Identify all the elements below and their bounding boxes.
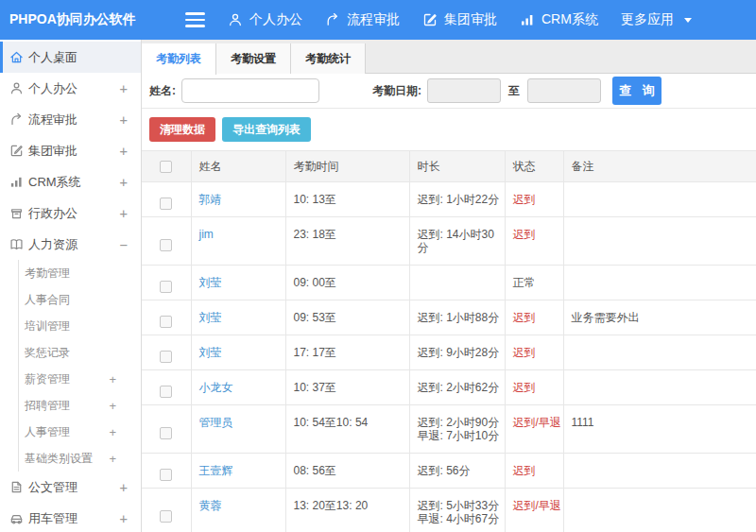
sidebar-submenu: 考勤管理人事合同培训管理奖惩记录薪资管理+招聘管理+人事管理+基础类别设置+ xyxy=(0,260,141,472)
sidebar-item-5[interactable]: CRM系统+ xyxy=(0,166,141,197)
tab-1[interactable]: 考勤列表 xyxy=(142,43,216,75)
name-input[interactable] xyxy=(181,78,319,103)
sidebar-item-9[interactable]: 用车管理+ xyxy=(0,503,141,532)
col-header: 备注 xyxy=(563,151,756,182)
employee-name-link[interactable]: 黄蓉 xyxy=(199,499,222,512)
nav-item-1[interactable]: 个人办公 xyxy=(228,11,302,28)
menu-toggle-icon[interactable] xyxy=(185,12,205,27)
employee-name-link[interactable]: 王壹辉 xyxy=(199,464,233,477)
expand-icon[interactable]: + xyxy=(109,425,116,439)
sidebar-subitem-3[interactable]: 培训管理 xyxy=(0,313,141,339)
sidebar-item-4[interactable]: 集团审批+ xyxy=(0,135,141,166)
top-nav: 个人办公流程审批集团审批CRM系统更多应用 xyxy=(228,11,692,28)
row-checkbox[interactable] xyxy=(160,427,172,439)
expand-icon[interactable]: + xyxy=(120,144,128,159)
row-checkbox[interactable] xyxy=(160,197,172,210)
duration: 迟到: 5小时33分早退: 4小时67分 xyxy=(409,489,505,532)
edit-icon xyxy=(422,12,438,27)
remark xyxy=(563,217,756,266)
attendance-time: 09: 53至 xyxy=(285,300,409,335)
sidebar-item-2[interactable]: 个人办公+ xyxy=(0,73,141,104)
status: 迟到 xyxy=(505,217,563,266)
sidebar-subitem-7[interactable]: 人事管理+ xyxy=(0,419,141,445)
nav-item-2[interactable]: 流程审批 xyxy=(325,11,400,28)
attendance-time: 10: 54至10: 54 xyxy=(285,405,409,454)
sidebar-item-6[interactable]: 行政办公+ xyxy=(0,197,141,229)
sidebar-item-8[interactable]: 公文管理+ xyxy=(0,472,141,503)
edit-icon xyxy=(9,144,24,158)
table-row-6: 小龙女10: 37至迟到: 2小时62分迟到 xyxy=(142,370,756,405)
expand-icon[interactable]: + xyxy=(109,452,116,466)
expand-icon[interactable]: + xyxy=(120,480,128,495)
expand-icon[interactable]: + xyxy=(120,81,128,96)
main: 个人桌面个人办公+流程审批+集团审批+CRM系统+行政办公+人力资源−考勤管理人… xyxy=(0,40,756,532)
collapse-icon[interactable]: − xyxy=(120,237,128,252)
table-wrap: 姓名考勤时间时长状态备注 郭靖10: 13至迟到: 1小时22分迟到jim23:… xyxy=(142,150,756,532)
expand-icon[interactable]: + xyxy=(109,399,116,413)
sidebar-subitem-6[interactable]: 招聘管理+ xyxy=(0,392,141,419)
expand-icon[interactable]: + xyxy=(120,175,128,190)
sidebar-subitem-8[interactable]: 基础类别设置+ xyxy=(0,445,141,472)
search-button[interactable]: 查 询 xyxy=(612,77,662,105)
row-checkbox[interactable] xyxy=(160,386,172,398)
user-icon xyxy=(228,12,243,27)
sidebar-subitem-4[interactable]: 奖惩记录 xyxy=(0,339,141,366)
sidebar-item-1[interactable]: 个人桌面 xyxy=(0,42,141,73)
date-to-input[interactable] xyxy=(527,78,601,103)
date-from-input[interactable] xyxy=(427,78,501,103)
tab-3[interactable]: 考勤统计 xyxy=(291,43,366,74)
employee-name-link[interactable]: 刘莹 xyxy=(199,311,222,324)
name-label: 姓名: xyxy=(149,83,176,99)
attendance-table: 姓名考勤时间时长状态备注 郭靖10: 13至迟到: 1小时22分迟到jim23:… xyxy=(142,150,756,532)
chart-icon xyxy=(520,12,535,27)
sidebar-item-3[interactable]: 流程审批+ xyxy=(0,104,141,135)
row-checkbox[interactable] xyxy=(160,351,172,363)
attendance-time: 10: 37至 xyxy=(285,370,409,405)
clean-data-button[interactable]: 清理数据 xyxy=(149,117,215,142)
sidebar-subitem-label: 招聘管理 xyxy=(25,398,109,414)
top-header: PHPOA协同办公软件 个人办公流程审批集团审批CRM系统更多应用 xyxy=(0,0,756,40)
employee-name-link[interactable]: jim xyxy=(199,228,214,241)
duration: 迟到: 2小时90分早退: 7小时10分 xyxy=(409,405,505,454)
sidebar-item-7[interactable]: 人力资源− xyxy=(0,229,141,260)
tab-2[interactable]: 考勤设置 xyxy=(216,43,291,74)
flow-icon xyxy=(9,112,24,127)
export-list-button[interactable]: 导出查询列表 xyxy=(222,117,311,142)
expand-icon[interactable]: + xyxy=(120,112,128,128)
expand-icon[interactable]: + xyxy=(120,511,128,526)
sidebar-subitem-1[interactable]: 考勤管理 xyxy=(0,260,141,286)
row-checkbox[interactable] xyxy=(160,316,172,328)
tab-bar: 考勤列表考勤设置考勤统计 xyxy=(142,40,756,74)
nav-item-3[interactable]: 集团审批 xyxy=(422,11,497,28)
duration xyxy=(409,266,505,300)
sidebar-item-label: 个人办公 xyxy=(28,80,120,97)
employee-name-link[interactable]: 刘莹 xyxy=(199,346,222,359)
sidebar-item-label: 集团审批 xyxy=(28,143,120,160)
attendance-time: 23: 18至 xyxy=(285,217,409,266)
actions-row: 清理数据 导出查询列表 xyxy=(142,109,756,150)
sidebar-subitem-2[interactable]: 人事合同 xyxy=(0,286,141,313)
employee-name-link[interactable]: 管理员 xyxy=(199,416,233,429)
row-checkbox[interactable] xyxy=(160,469,172,481)
remark xyxy=(563,454,756,489)
col-header: 姓名 xyxy=(191,151,285,182)
row-checkbox[interactable] xyxy=(160,510,172,523)
chart-icon xyxy=(9,175,24,189)
nav-item-4[interactable]: CRM系统 xyxy=(520,11,598,28)
employee-name-link[interactable]: 小龙女 xyxy=(199,381,233,394)
page: PHPOA协同办公软件 个人办公流程审批集团审批CRM系统更多应用 个人桌面个人… xyxy=(0,0,756,532)
table-body: 郭靖10: 13至迟到: 1小时22分迟到jim23: 18至迟到: 14小时3… xyxy=(142,182,756,532)
row-checkbox[interactable] xyxy=(160,281,172,293)
row-checkbox[interactable] xyxy=(160,239,172,251)
expand-icon[interactable]: + xyxy=(120,206,128,221)
status: 迟到/早退 xyxy=(505,405,563,454)
nav-item-5[interactable]: 更多应用 xyxy=(621,11,692,28)
expand-icon[interactable]: + xyxy=(109,372,116,386)
status: 迟到/早退 xyxy=(505,489,563,532)
employee-name-link[interactable]: 郭靖 xyxy=(199,193,222,206)
select-all-checkbox[interactable] xyxy=(142,151,191,182)
remark: 业务需要外出 xyxy=(563,300,756,335)
sidebar-subitem-label: 奖惩记录 xyxy=(25,345,116,361)
employee-name-link[interactable]: 刘莹 xyxy=(199,276,222,289)
sidebar-subitem-5[interactable]: 薪资管理+ xyxy=(0,366,141,392)
